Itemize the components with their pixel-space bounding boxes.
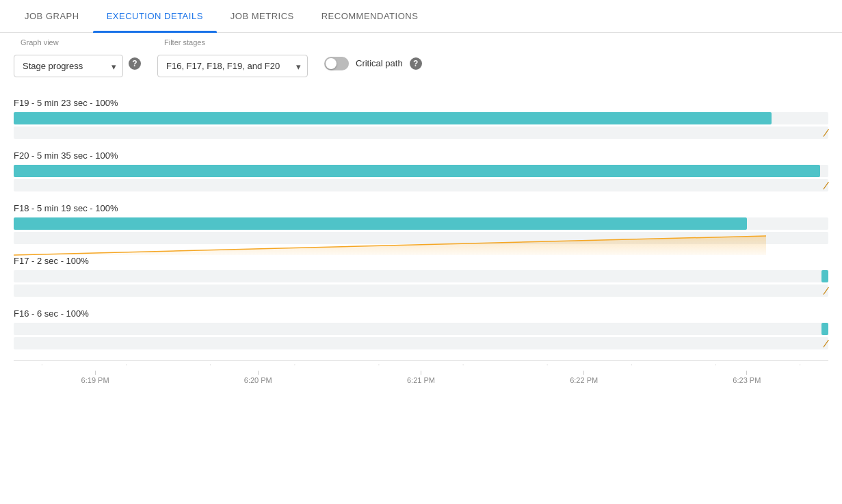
graph-view-label: Graph view [19,38,60,47]
time-label-622: 6:22 PM [570,376,598,384]
graph-view-select-wrapper: Stage progress Worker view ▾ [14,55,123,77]
time-tick-619: 6:19 PM [81,371,109,384]
critical-path-group: Critical path ? [324,57,422,70]
tab-recommendations[interactable]: RECOMMENDATIONS [308,0,432,32]
minor-tick: · [631,361,633,369]
stage-F16-title: F16 - 6 sec - 100% [14,299,828,323]
filter-stages-label: Filter stages [163,38,207,47]
controls-bar: Graph view Stage progress Worker view ▾ … [0,33,842,88]
tab-execution-details[interactable]: EXECUTION DETAILS [93,0,217,32]
stage-F18-bar-row [14,217,828,230]
stage-F17-bar-row [14,270,828,282]
tab-job-metrics[interactable]: JOB METRICS [217,0,308,32]
filter-stages-select[interactable]: F16, F17, F18, F19, and F20 [157,55,308,77]
stage-F19-bar-fill [14,112,772,124]
stage-F19-bars: / [14,112,828,139]
time-tick-mark [258,371,259,375]
time-tick-mark [421,371,421,375]
critical-path-help-icon[interactable]: ? [410,57,422,70]
stage-F18-bar-fill [14,217,747,230]
stage-F16-sub-row: / [14,337,828,349]
critical-path-toggle[interactable] [324,57,349,70]
filter-stages-group: Filter stages F16, F17, F18, F19, and F2… [157,44,308,77]
time-label-620: 6:20 PM [244,376,272,384]
stage-F20-bar-fill [14,165,820,177]
tab-job-graph[interactable]: JOB GRAPH [11,0,93,32]
stage-F20-bars: / [14,165,828,191]
time-axis: · · · · · · · · · · 6:19 PM [14,360,828,384]
time-tick-621: 6:21 PM [407,371,435,384]
critical-path-label: Critical path [356,58,403,68]
stage-F18-bars [14,217,828,244]
stage-F17-diagonal-mark: / [823,285,828,297]
stage-F16-bar-fill [821,323,828,335]
stage-F18-title: F18 - 5 min 19 sec - 100% [14,194,828,217]
stage-F17-bars: / [14,270,828,297]
stage-F19-diagonal-mark: / [823,127,828,140]
graph-view-select[interactable]: Stage progress Worker view [14,55,123,77]
stage-F19-title: F19 - 5 min 23 sec - 100% [14,88,828,112]
time-tick-623: 6:23 PM [733,371,761,384]
minor-tick: · [799,361,801,369]
time-label-621: 6:21 PM [407,376,435,384]
time-tick-mark [95,371,96,375]
stage-F19: F19 - 5 min 23 sec - 100% / [14,88,828,139]
minor-tick: · [125,361,127,369]
stage-F18: F18 - 5 min 19 sec - 100% [14,194,828,244]
stage-F19-bar-row [14,112,828,124]
stage-F20-title: F20 - 5 min 35 sec - 100% [14,141,828,165]
stage-F20-bar-row [14,165,828,177]
time-tick-mark [583,371,584,375]
minor-tick: · [378,361,380,369]
stage-F17-sub-row: / [14,284,828,297]
stage-F16: F16 - 6 sec - 100% / [14,299,828,349]
time-label-623: 6:23 PM [733,376,761,384]
graph-view-group: Graph view Stage progress Worker view ▾ … [14,44,141,77]
tab-bar: JOB GRAPH EXECUTION DETAILS JOB METRICS … [0,0,842,33]
minor-tick: · [715,361,717,369]
app-container: JOB GRAPH EXECUTION DETAILS JOB METRICS … [0,0,842,384]
minor-tick: · [41,361,43,369]
stage-F19-sub-row: / [14,127,828,139]
stage-F16-diagonal-mark: / [823,338,828,350]
graph-view-help-icon[interactable]: ? [129,57,141,70]
stage-F20: F20 - 5 min 35 sec - 100% / [14,141,828,191]
stage-F17-bar-fill [821,270,828,282]
stage-F18-sub-row [14,232,828,244]
chart-area: F19 - 5 min 23 sec - 100% / F20 - 5 min … [0,88,842,384]
filter-stages-select-wrapper: F16, F17, F18, F19, and F20 ▾ [157,55,308,77]
minor-tick: · [293,361,295,369]
minor-tick: · [462,361,464,369]
time-tick-622: 6:22 PM [570,371,598,384]
time-label-619: 6:19 PM [81,376,109,384]
time-tick-mark [746,371,747,375]
time-tick-620: 6:20 PM [244,371,272,384]
stage-F16-bar-row [14,323,828,335]
minor-tick: · [547,361,549,369]
stage-F20-sub-row: / [14,179,828,191]
stage-F16-bars: / [14,323,828,349]
stage-F20-diagonal-mark: / [823,180,828,192]
stage-F18-trend-svg [14,229,828,256]
minor-tick: · [209,361,211,369]
